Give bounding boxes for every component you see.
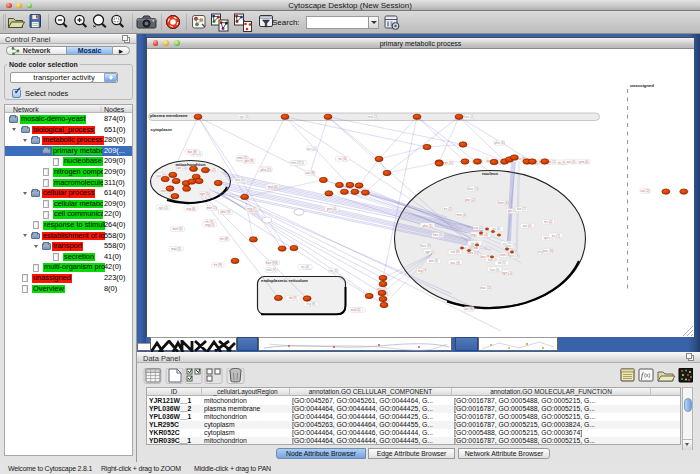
svg-text:rib (3): rib (3) <box>289 296 297 300</box>
svg-text:trs (7): trs (7) <box>552 234 560 238</box>
svg-text:plasma membrane: plasma membrane <box>150 113 188 118</box>
svg-text:reg (7): reg (7) <box>418 269 427 273</box>
svg-text:pho (6): pho (6) <box>494 141 504 145</box>
svg-text:pho (5): pho (5) <box>422 224 432 228</box>
svg-text:hex (6): hex (6) <box>490 268 500 272</box>
svg-text:unassigned: unassigned <box>630 83 654 88</box>
svg-text:met (1): met (1) <box>207 206 217 210</box>
svg-text:rib (3): rib (3) <box>329 269 337 273</box>
svg-text:hex (2): hex (2) <box>291 161 301 165</box>
svg-text:nucleus: nucleus <box>482 171 499 176</box>
svg-text:trs (8): trs (8) <box>220 237 228 241</box>
svg-text:met (4): met (4) <box>457 213 467 217</box>
svg-text:act (4): act (4) <box>523 224 532 228</box>
svg-text:reg (6): reg (6) <box>186 207 195 211</box>
svg-text:pro (4): pro (4) <box>327 207 336 211</box>
svg-text:trs (9): trs (9) <box>214 263 222 267</box>
svg-text:act (8): act (8) <box>464 307 473 311</box>
svg-text:reg (5): reg (5) <box>205 223 214 227</box>
svg-text:bio (3): bio (3) <box>236 178 245 182</box>
svg-text:act (1): act (1) <box>177 166 186 170</box>
svg-text:reg (7): reg (7) <box>247 207 256 211</box>
svg-text:mitochondrion: mitochondrion <box>175 162 205 167</box>
svg-text:hex (8): hex (8) <box>421 244 431 248</box>
svg-text:nuc (6): nuc (6) <box>543 249 553 253</box>
svg-text:trs (4): trs (4) <box>544 220 552 224</box>
svg-text:hex (9): hex (9) <box>266 261 276 265</box>
svg-text:pro (4): pro (4) <box>429 259 438 263</box>
svg-text:hex (4): hex (4) <box>464 115 474 119</box>
svg-text:cat (2): cat (2) <box>640 189 649 193</box>
svg-text:mal (6): mal (6) <box>268 185 278 189</box>
svg-text:act (1): act (1) <box>307 147 316 151</box>
svg-text:trs (6): trs (6) <box>338 157 346 161</box>
svg-text:trs (5): trs (5) <box>444 161 452 165</box>
svg-text:syn (5): syn (5) <box>200 192 210 196</box>
svg-text:nuc (7): nuc (7) <box>506 244 516 248</box>
svg-text:mal (5): mal (5) <box>351 308 361 312</box>
svg-text:glu (8): glu (8) <box>244 159 253 163</box>
svg-text:pho (2): pho (2) <box>261 168 271 172</box>
svg-text:syn (1): syn (1) <box>502 271 512 275</box>
svg-text:cat (8): cat (8) <box>451 250 460 254</box>
svg-text:cytoplasm: cytoplasm <box>151 127 172 132</box>
svg-text:pro (4): pro (4) <box>579 160 588 164</box>
svg-text:trs (2): trs (2) <box>444 207 452 211</box>
svg-text:reg (8): reg (8) <box>306 302 315 306</box>
svg-text:bio (1): bio (1) <box>474 246 483 250</box>
svg-text:rib (9): rib (9) <box>558 161 566 165</box>
svg-text:syn (2): syn (2) <box>425 250 435 254</box>
svg-text:(x): (x) <box>644 372 651 378</box>
svg-text:nuc (9): nuc (9) <box>450 261 460 265</box>
svg-text:trs (1): trs (1) <box>548 160 556 164</box>
svg-text:trs (4): trs (4) <box>301 265 309 269</box>
svg-text:pho (9): pho (9) <box>220 210 230 214</box>
svg-text:syn (5): syn (5) <box>239 115 249 119</box>
svg-text:bio (8): bio (8) <box>188 150 197 154</box>
svg-text:hex (3): hex (3) <box>468 187 478 191</box>
svg-text:pro (3): pro (3) <box>510 254 519 258</box>
svg-text:endoplasmic reticulum: endoplasmic reticulum <box>261 278 308 283</box>
svg-text:mal (9): mal (9) <box>266 268 276 272</box>
svg-text:mal (3): mal (3) <box>368 115 378 119</box>
svg-text:syn (2): syn (2) <box>158 206 168 210</box>
svg-text:pro (2): pro (2) <box>466 198 475 202</box>
svg-text:met (5): met (5) <box>173 227 183 231</box>
svg-text:bio (2): bio (2) <box>517 207 526 211</box>
svg-text:act (2): act (2) <box>566 160 575 164</box>
svg-text:cat (8): cat (8) <box>305 171 314 175</box>
svg-text:mal (2): mal (2) <box>171 247 181 251</box>
svg-text:rib (3): rib (3) <box>498 261 506 265</box>
svg-text:hex (2): hex (2) <box>433 233 443 237</box>
svg-text:hex (4): hex (4) <box>499 201 509 205</box>
svg-text:nuc (2): nuc (2) <box>481 286 491 290</box>
svg-text:cat (2): cat (2) <box>474 226 483 230</box>
